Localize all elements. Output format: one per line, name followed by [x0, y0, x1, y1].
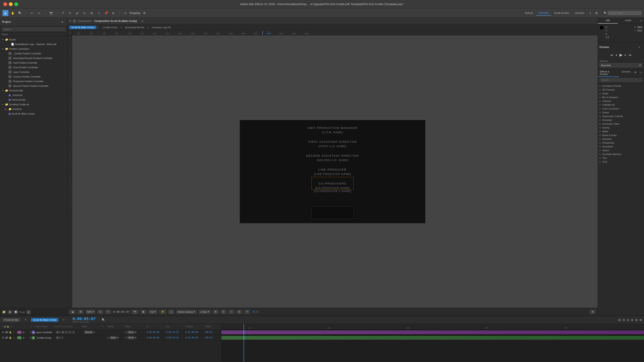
- skip-forward-btn[interactable]: ⏭: [629, 53, 632, 57]
- playback-settings-btn[interactable]: 📽: [70, 310, 76, 314]
- comp-tab-logo[interactable]: Company Logo 04: [150, 26, 173, 29]
- tree-item-prod-pos[interactable]: ▶ Production Position Controller: [0, 79, 67, 84]
- timeline-graph[interactable]: 5s 10s 15s 20s 25s: [222, 324, 644, 362]
- tree-item-crew-pos[interactable]: ▶ Crew Position Controller: [0, 65, 67, 70]
- workspace-more[interactable]: »: [587, 10, 593, 16]
- text-tool[interactable]: T: [60, 10, 66, 16]
- snapshot-btn[interactable]: 📷: [132, 310, 138, 314]
- effect-generate[interactable]: ▶ Generate: [598, 118, 644, 122]
- layer-2-parent-dropdown[interactable]: None: [127, 336, 134, 339]
- layer-2-shy[interactable]: ◻: [12, 336, 16, 339]
- layer-1-audio[interactable]: 🔊: [5, 331, 8, 334]
- effect-noise-grain[interactable]: ▶ Noise & Grain: [598, 133, 644, 137]
- snap-options[interactable]: ⧉: [142, 10, 148, 16]
- layer-2-eye[interactable]: 👁: [2, 336, 5, 339]
- workspace-settings[interactable]: ⚙: [594, 10, 600, 16]
- fx-icon-2-3[interactable]: -: [62, 336, 64, 339]
- expand-btn[interactable]: ⊞: [590, 310, 596, 314]
- step-forward-btn[interactable]: ⏵: [624, 53, 627, 57]
- tree-item-prescroll-folder[interactable]: ▼ 📁 PreScroll [4k]: [0, 88, 67, 93]
- tree-item-studiobinder[interactable]: ▶ 📄 StudioBinder Logo - Stacked - White.…: [0, 42, 67, 46]
- effect-synthetic-aperture[interactable]: ▶ Synthetic Aperture: [598, 152, 644, 156]
- effect-expression-controls[interactable]: ▶ Expression Controls: [598, 114, 644, 118]
- fx-icon-1-4[interactable]: ⊙: [65, 331, 68, 334]
- cycle-view-btn[interactable]: ↻: [105, 310, 111, 314]
- project-search-input[interactable]: [2, 27, 66, 31]
- brush-tool[interactable]: 🖌: [74, 10, 80, 16]
- tree-item-contents[interactable]: ▶ 📁 Contents: [0, 107, 67, 111]
- workspace-default[interactable]: Default: [522, 11, 536, 15]
- effect-matte[interactable]: ▶ Matte: [598, 130, 644, 133]
- effect-cinema4d[interactable]: ▶ CINEMA 4D: [598, 103, 644, 107]
- tl-bar-layer-1[interactable]: [222, 330, 644, 334]
- effect-3d-channel[interactable]: ▶ 3D Channel: [598, 88, 644, 92]
- tree-item-assoc-brands[interactable]: ▶ Associated Brands Positioin Controller: [0, 56, 67, 60]
- timeline-tab-scroll4k[interactable]: Scroll 4k (Main Comp): [31, 318, 58, 322]
- eraser-tool[interactable]: ◻: [82, 10, 88, 16]
- layer-2-audio[interactable]: 🔊: [5, 336, 8, 339]
- pen-tool[interactable]: ✏: [67, 10, 73, 16]
- tree-item-special-thanks[interactable]: ▶ Special Thanks Position Controller: [0, 84, 67, 88]
- tree-item-credits-pos[interactable]: ▶ _Credits Position Controller: [0, 51, 67, 56]
- ruler-btn[interactable]: ▭: [228, 310, 234, 314]
- quality-dropdown[interactable]: Full ▾: [148, 310, 157, 314]
- layer-1-expand[interactable]: ▶: [23, 331, 26, 333]
- timeline-tab-menu[interactable]: ≡: [61, 317, 67, 323]
- effect-distort[interactable]: ▶ Distort: [598, 111, 644, 114]
- layer-2-trkmat-dropdown[interactable]: None: [110, 336, 117, 339]
- camera-tool[interactable]: 📷: [48, 10, 54, 16]
- timeline-tab-close-prescroll[interactable]: ✕: [22, 317, 28, 323]
- layer-1-mode-dropdown[interactable]: Normal: [84, 331, 93, 334]
- tl-ctrl-6[interactable]: ⊗: [639, 318, 642, 322]
- transparency-btn[interactable]: ◫: [168, 310, 174, 314]
- tl-ctrl-2[interactable]: ⊟: [622, 318, 625, 322]
- layer-1-parent-dropdown[interactable]: None: [127, 331, 134, 334]
- layer-row-2[interactable]: 👁 🔊 🔒 ◻ ▶ 2 ▣ _Credits Comp ⊕ / - -: [0, 335, 221, 341]
- effect-color-correction[interactable]: ▶ Color Correction: [598, 107, 644, 111]
- libraries-tab[interactable]: Libraries: [620, 69, 632, 77]
- comp-menu-btn[interactable]: ≡: [140, 18, 145, 24]
- tree-item-scroll-main[interactable]: ▶ ▣ Scroll 4k (Main Comp): [0, 111, 67, 116]
- info-menu-btn[interactable]: ≡: [638, 18, 644, 23]
- zoom-tool[interactable]: 🔍: [17, 10, 23, 16]
- layer-1-lock[interactable]: 🔒: [9, 331, 12, 334]
- tree-item-prescroll-comp[interactable]: ▶ ▣ _PreScroll: [0, 93, 67, 98]
- effect-simulation[interactable]: ▶ Simulation: [598, 145, 644, 149]
- effects-expand-btn[interactable]: ▷: [638, 69, 644, 75]
- effects-presets-tab[interactable]: Effects & Presets: [598, 69, 619, 77]
- shortcut-dropdown[interactable]: Spacebar ↺: [600, 63, 642, 67]
- tree-item-assets[interactable]: ▼ 📁 Assets: [0, 37, 67, 42]
- layer-1-eye[interactable]: 👁: [2, 331, 5, 334]
- tl-playhead-top[interactable]: [244, 324, 244, 329]
- undo-tool[interactable]: ↩: [29, 10, 35, 16]
- project-tree[interactable]: ▼ 📁 Assets ▶ 📄 StudioBinder Logo - Stack…: [0, 36, 67, 308]
- new-comp-btn[interactable]: ▣: [8, 310, 12, 314]
- comp-tab-brands[interactable]: Associated Brands: [123, 26, 146, 29]
- tree-item-scrolling-credits[interactable]: ▼ 📁 Scrolling Credits 4k: [0, 102, 67, 107]
- fx-icon-1-3[interactable]: fx: [62, 331, 64, 334]
- show-snapshot-btn[interactable]: ◉: [140, 310, 146, 314]
- camera-dropdown[interactable]: Active Camera ▾: [176, 310, 196, 314]
- step-back-btn[interactable]: ⏴: [615, 53, 618, 57]
- effect-blur-sharpen[interactable]: ▶ Blur & Sharpen: [598, 95, 644, 99]
- workspace-small-screen[interactable]: Small Screen: [552, 11, 572, 15]
- tl-ctrl-5[interactable]: ⊕: [635, 318, 638, 322]
- tree-item-license-pos[interactable]: ▶ License Position Controller: [0, 74, 67, 79]
- comp-view[interactable]: 30060090012001500180021002400 UNIT PRODU…: [68, 35, 598, 308]
- skip-back-btn[interactable]: ⏮: [610, 53, 613, 57]
- effect-time[interactable]: ▶ Time: [598, 160, 644, 164]
- layer-row-1[interactable]: 👁 🔊 🔒 ◻ ▶ 1 ▣ Layer Controller ⊕ / fx ⊙ …: [0, 330, 221, 335]
- reset-btn[interactable]: ↺: [244, 310, 250, 314]
- resolution-btn[interactable]: ⊞: [78, 310, 84, 314]
- clone-tool[interactable]: ⊕: [89, 10, 95, 16]
- grid-btn[interactable]: ⊞: [213, 310, 218, 314]
- effect-keying[interactable]: ▶ Keying: [598, 126, 644, 130]
- fx-icon-2-1[interactable]: ⊕: [56, 336, 59, 339]
- views-dropdown[interactable]: 1 View ▾: [199, 310, 211, 314]
- effect-immersive-video[interactable]: ▶ Immersive Video: [598, 122, 644, 126]
- workspace-libraries[interactable]: Libraries: [572, 11, 587, 15]
- comp-close-icon[interactable]: ✕: [69, 19, 71, 22]
- effect-stylize[interactable]: ▶ Stylize: [598, 149, 644, 152]
- tree-item-cast-pos[interactable]: ▶ Cast Position Controller: [0, 60, 67, 65]
- layer-2-lock[interactable]: 🔒: [9, 336, 12, 339]
